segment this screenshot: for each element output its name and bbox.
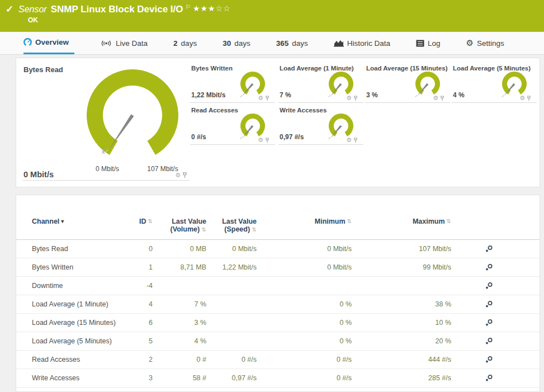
- gear-icon[interactable]: ⚙: [433, 95, 438, 101]
- channel-name[interactable]: Downtime: [32, 282, 137, 290]
- gauge-title: Bytes Written: [191, 65, 233, 72]
- gauge-tile-read-accesses[interactable]: Read Accesses 0 #/s ⚙: [190, 105, 275, 145]
- gauge-value: 0,97 #/s: [280, 133, 304, 141]
- gauge-value: 0 #/s: [191, 133, 206, 141]
- tab-live-data[interactable]: Live Data: [100, 32, 148, 54]
- column-header-id[interactable]: ID ⇅: [137, 218, 153, 225]
- gear-icon[interactable]: ⚙: [258, 95, 263, 101]
- column-header-minimum[interactable]: Minimum ⇅: [257, 218, 352, 225]
- pin-icon[interactable]: [353, 96, 358, 101]
- gauge-scale-min: 0 Mbit/s: [85, 165, 130, 173]
- channel-settings-icon[interactable]: [485, 337, 493, 345]
- tab-overview[interactable]: Overview: [23, 32, 74, 54]
- pin-icon[interactable]: [353, 138, 358, 143]
- sensor-header: ✓ SensorSNMP Linux Block Device I/O⚐ ★★★…: [0, 0, 544, 32]
- column-header-last-value-volume[interactable]: Last Value (Volume) ⇅: [153, 218, 206, 234]
- sort-icon: ⇅: [347, 218, 352, 225]
- gear-icon[interactable]: ⚙: [258, 137, 263, 143]
- tab-2-days[interactable]: 2 days: [173, 32, 197, 54]
- channel-settings-icon[interactable]: [485, 374, 493, 382]
- channel-name[interactable]: Bytes Written: [32, 263, 137, 271]
- pin-icon[interactable]: [440, 96, 444, 101]
- broadcast-icon: [100, 39, 112, 48]
- channel-table-panel: Channel ▾ ID ⇅ Last Value (Volume) ⇅ Las…: [16, 195, 540, 392]
- channel-settings-icon[interactable]: [485, 282, 493, 290]
- channel-name[interactable]: Load Average (15 Minutes): [32, 319, 137, 327]
- channel-name[interactable]: Load Average (1 Minute): [32, 300, 137, 308]
- channel-settings-icon[interactable]: [485, 356, 493, 363]
- channel-settings-icon[interactable]: [485, 300, 493, 308]
- area-chart-icon: [334, 39, 344, 47]
- table-row[interactable]: Load Average (15 Minutes) 6 3 % 0 % 10 %: [16, 314, 540, 332]
- sort-desc-icon: ▾: [61, 218, 64, 225]
- column-header-last-value-speed[interactable]: Last Value (Speed) ⇅: [206, 218, 257, 234]
- average-marker: x: [102, 148, 105, 155]
- pin-icon[interactable]: [182, 172, 187, 178]
- flag-icon[interactable]: ⚐: [186, 3, 191, 10]
- gauge-icon: [23, 38, 32, 46]
- gauge-value: 7 %: [280, 91, 291, 99]
- table-row[interactable]: Bytes Read 0 0 MB 0 Mbit/s 0 Mbit/s 107 …: [16, 240, 540, 258]
- sort-icon: ⇅: [148, 218, 153, 225]
- table-row[interactable]: Load Average (5 Minutes) 5 4 % 0 % 20 %: [16, 332, 540, 351]
- gear-icon: ⚙: [466, 38, 474, 48]
- tab-30-days[interactable]: 30 days: [223, 32, 250, 54]
- gauge-value: 3 %: [366, 91, 378, 99]
- table-row[interactable]: Load Average (1 Minute) 4 7 % 0 % 38 %: [16, 295, 540, 314]
- tab-365-days[interactable]: 365 days: [276, 32, 308, 54]
- sort-icon: ⇅: [202, 226, 206, 233]
- gauge-tile-write-accesses[interactable]: Write Accesses 0,97 #/s ⚙: [278, 105, 363, 145]
- table-row[interactable]: Bytes Written 1 8,71 MB 1,22 Mbit/s 0 Mb…: [16, 258, 540, 277]
- gauge-tile-load-average-5min[interactable]: Load Average (5 Minutes) 4 % ⚙: [452, 63, 537, 103]
- tab-historic-data[interactable]: Historic Data: [334, 32, 390, 54]
- gauge-tile-load-average-15min[interactable]: Load Average (15 Minutes) 3 % ⚙: [365, 63, 450, 103]
- sort-icon: ⇅: [252, 226, 257, 233]
- pin-icon[interactable]: [527, 96, 531, 101]
- gear-icon[interactable]: ⚙: [346, 137, 352, 143]
- gauge-tile-bytes-read[interactable]: Bytes Read x 0 Mbit/s 107 Mbit/s 0 Mbit/…: [22, 64, 190, 181]
- status-ok-check-icon: ✓: [6, 3, 13, 15]
- status-badge: OK: [28, 16, 38, 24]
- tab-bar: Overview Live Data 2 days 30 days 365 da…: [0, 32, 544, 55]
- priority-stars[interactable]: ★★★☆☆: [193, 4, 231, 13]
- gauge-value: 1,22 Mbit/s: [191, 91, 225, 99]
- table-header-row: Channel ▾ ID ⇅ Last Value (Volume) ⇅ Las…: [16, 211, 540, 240]
- page-title: SNMP Linux Block Device I/O: [51, 4, 183, 15]
- column-header-channel[interactable]: Channel ▾: [32, 218, 137, 225]
- channel-name[interactable]: Read Accesses: [32, 356, 137, 363]
- radial-gauge: [83, 67, 182, 166]
- pin-icon[interactable]: [265, 96, 269, 101]
- gauge-tile-bytes-written[interactable]: Bytes Written 1,22 Mbit/s ⚙: [190, 63, 275, 103]
- gauge-value: 4 %: [453, 91, 465, 99]
- gauge-title: Write Accesses: [280, 107, 327, 114]
- sort-icon: ⇅: [447, 218, 451, 225]
- gauge-value: 0 Mbit/s: [23, 170, 54, 179]
- pin-icon[interactable]: [265, 138, 269, 143]
- gear-icon[interactable]: ⚙: [175, 172, 181, 178]
- table-row[interactable]: Downtime -4: [16, 277, 540, 295]
- tab-settings[interactable]: ⚙ Settings: [466, 32, 504, 54]
- channel-name[interactable]: Write Accesses: [32, 374, 137, 382]
- channel-settings-icon[interactable]: [485, 263, 493, 271]
- gauge-title: Read Accesses: [191, 107, 238, 114]
- channel-settings-icon[interactable]: [485, 245, 493, 253]
- gear-icon[interactable]: ⚙: [519, 95, 525, 101]
- channel-name[interactable]: Load Average (5 Minutes): [32, 337, 137, 345]
- sensor-kind-label: Sensor: [18, 4, 47, 14]
- log-list-icon: [416, 40, 424, 47]
- gear-icon[interactable]: ⚙: [346, 95, 352, 101]
- channel-name[interactable]: Bytes Read: [32, 245, 137, 253]
- column-header-maximum[interactable]: Maximum ⇅: [352, 218, 451, 225]
- gauges-panel: Bytes Read x 0 Mbit/s 107 Mbit/s 0 Mbit/…: [16, 58, 540, 187]
- gauge-tile-load-average-1min[interactable]: Load Average (1 Minute) 7 % ⚙: [278, 63, 363, 103]
- channel-settings-icon[interactable]: [485, 319, 493, 327]
- table-row[interactable]: Write Accesses 3 58 # 0,97 #/s 0 #/s 285…: [16, 369, 540, 388]
- table-row[interactable]: Read Accesses 2 0 # 0 #/s 0 #/s 444 #/s: [16, 351, 540, 369]
- channel-table: Channel ▾ ID ⇅ Last Value (Volume) ⇅ Las…: [16, 211, 540, 388]
- tab-log[interactable]: Log: [416, 32, 441, 54]
- gauge-title: Bytes Read: [23, 65, 63, 74]
